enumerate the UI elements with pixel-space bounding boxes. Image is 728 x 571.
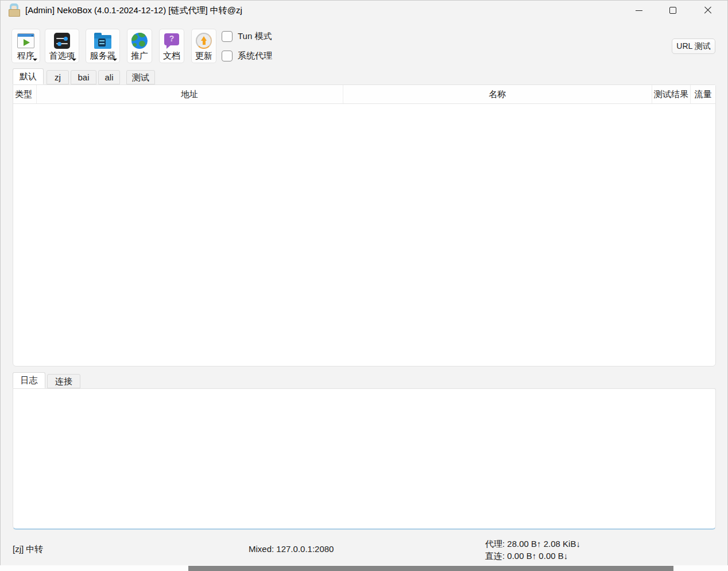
column-header-type[interactable]: 类型	[13, 85, 37, 103]
tab-connections[interactable]: 连接	[47, 374, 80, 388]
update-button[interactable]: 更新	[191, 29, 216, 63]
document-question-bubble-icon: ?	[164, 31, 179, 51]
column-header-test-result[interactable]: 测试结果	[652, 85, 691, 103]
titlebar[interactable]: [Admin] NekoBox (4.0.1-2024-12-12) [链式代理…	[0, 0, 728, 21]
servers-menu-button[interactable]: 服务器	[86, 29, 120, 63]
system-proxy-label: 系统代理	[238, 51, 272, 61]
docs-button[interactable]: ? 文档	[159, 29, 184, 63]
preferences-button-label: 首选项	[49, 51, 75, 61]
maximize-button[interactable]	[656, 0, 690, 21]
log-output-panel[interactable]	[13, 388, 716, 530]
preferences-sliders-icon	[54, 31, 70, 51]
tab-log[interactable]: 日志	[13, 372, 45, 388]
current-profile-status: [zj] 中转	[13, 544, 43, 555]
table-header-row: 类型 地址 名称 测试结果 流量	[13, 85, 715, 104]
chevron-down-icon	[33, 59, 37, 61]
url-test-button[interactable]: URL 测试	[672, 38, 715, 54]
docs-button-label: 文档	[163, 51, 180, 61]
statusbar: [zj] 中转 Mixed: 127.0.0.1:2080 代理: 28.00 …	[0, 531, 728, 561]
traffic-status: 代理: 28.00 B↑ 2.08 KiB↓ 直连: 0.00 B↑ 0.00 …	[485, 538, 580, 562]
direct-traffic-status: 直连: 0.00 B↑ 0.00 B↓	[485, 550, 580, 562]
servers-button-label: 服务器	[90, 51, 116, 61]
column-header-name[interactable]: 名称	[343, 85, 653, 103]
column-header-traffic[interactable]: 流量	[691, 85, 715, 103]
tab-group-zj[interactable]: zj	[47, 70, 69, 84]
globe-icon	[131, 31, 148, 51]
nekobox-window: [Admin] NekoBox (4.0.1-2024-12-12) [链式代理…	[0, 0, 728, 571]
tun-mode-row: Tun 模式	[222, 31, 272, 42]
tun-mode-label: Tun 模式	[238, 31, 272, 42]
minimize-icon	[636, 10, 642, 11]
horizontal-scrollbar-thumb[interactable]	[188, 566, 673, 571]
program-window-play-icon	[17, 31, 34, 51]
close-button[interactable]	[690, 0, 726, 21]
column-header-address[interactable]: 地址	[37, 85, 343, 103]
chevron-down-icon	[72, 59, 76, 61]
minimize-button[interactable]	[622, 0, 656, 21]
maximize-icon	[669, 7, 676, 14]
window-title: [Admin] NekoBox (4.0.1-2024-12-12) [链式代理…	[25, 0, 242, 21]
table-body-empty[interactable]	[13, 104, 715, 366]
tun-mode-checkbox[interactable]	[222, 31, 233, 42]
promotion-button[interactable]: 推广	[127, 29, 152, 63]
program-button-label: 程序	[17, 51, 34, 61]
chevron-down-icon	[113, 59, 117, 61]
tab-group-default[interactable]: 默认	[13, 68, 44, 84]
system-proxy-row: 系统代理	[222, 51, 272, 61]
tab-group-ali[interactable]: ali	[98, 70, 120, 84]
servers-folder-icon	[94, 31, 111, 51]
nekobox-app-icon	[9, 3, 20, 17]
inbound-listen-status: Mixed: 127.0.0.1:2080	[249, 544, 334, 554]
system-proxy-checkbox[interactable]	[222, 51, 233, 61]
program-menu-button[interactable]: 程序	[11, 29, 40, 63]
update-circle-arrow-icon	[196, 31, 212, 51]
horizontal-scrollbar[interactable]	[0, 565, 728, 571]
promotion-button-label: 推广	[131, 51, 148, 61]
server-table[interactable]: 类型 地址 名称 测试结果 流量	[13, 84, 716, 366]
update-button-label: 更新	[195, 51, 212, 61]
preferences-menu-button[interactable]: 首选项	[45, 29, 79, 63]
tab-group-bai[interactable]: bai	[71, 70, 96, 84]
proxy-traffic-status: 代理: 28.00 B↑ 2.08 KiB↓	[485, 538, 580, 550]
tab-group-test[interactable]: 测试	[126, 70, 155, 84]
